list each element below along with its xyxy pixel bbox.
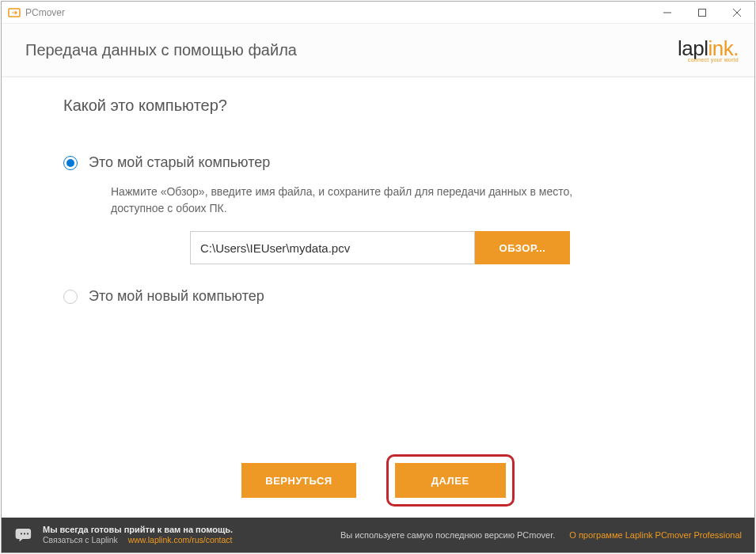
back-button[interactable]: ВЕРНУТЬСЯ: [241, 463, 355, 498]
radio-group: Это мой старый компьютер Нажмите «Обзор»…: [63, 154, 707, 305]
option-new-computer[interactable]: Это мой новый компьютер: [63, 288, 707, 305]
next-button[interactable]: ДАЛЕЕ: [395, 463, 506, 498]
file-path-row: ОБЗОР...: [190, 231, 707, 264]
svg-point-6: [24, 533, 25, 534]
app-icon: [8, 6, 21, 19]
file-path-input[interactable]: [190, 231, 475, 264]
next-button-highlight: ДАЛЕЕ: [386, 454, 515, 507]
footer-left: Мы всегда готовы прийти к вам на помощь.…: [14, 525, 233, 546]
question-heading: Какой это компьютер?: [63, 97, 707, 115]
svg-point-5: [21, 533, 22, 534]
version-text: Вы используете самую последнюю версию PC…: [340, 530, 555, 540]
option-old-computer[interactable]: Это мой старый компьютер: [63, 154, 707, 171]
radio-old[interactable]: [63, 156, 78, 170]
titlebar: PCmover: [2, 2, 754, 24]
radio-old-label: Это мой старый компьютер: [89, 154, 270, 171]
footer: Мы всегда готовы прийти к вам на помощь.…: [2, 518, 754, 552]
footer-right: Вы используете самую последнюю версию PC…: [340, 530, 742, 540]
footer-help-bold: Мы всегда готовы прийти к вам на помощь.: [43, 525, 233, 536]
option-old-description: Нажмите «Обзор», введите имя файла, и со…: [111, 184, 602, 217]
window-controls: [650, 2, 754, 24]
header: Передача данных с помощью файла laplink.…: [2, 24, 754, 78]
contact-link[interactable]: www.laplink.com/rus/contact: [128, 535, 233, 545]
browse-button[interactable]: ОБЗОР...: [475, 231, 570, 264]
minimize-button[interactable]: [650, 2, 685, 24]
close-button[interactable]: [720, 2, 754, 24]
footer-help-sub: Связаться с Laplink www.laplink.com/rus/…: [43, 535, 233, 545]
titlebar-title: PCmover: [25, 7, 650, 18]
content-area: Какой это компьютер? Это мой старый комп…: [2, 78, 754, 518]
page-title: Передача данных с помощью файла: [25, 41, 297, 59]
app-window: PCmover Передача данных с помощью файла …: [1, 1, 755, 553]
radio-new-label: Это мой новый компьютер: [89, 288, 264, 305]
radio-new[interactable]: [63, 290, 78, 304]
svg-rect-2: [699, 9, 706, 16]
laplink-logo: laplink. connect your world: [678, 38, 739, 63]
about-link[interactable]: О программе Laplink PCmover Professional: [569, 530, 742, 540]
chat-icon: [14, 525, 35, 545]
nav-buttons: ВЕРНУТЬСЯ ДАЛЕЕ: [2, 454, 754, 507]
maximize-button[interactable]: [685, 2, 720, 24]
svg-point-7: [27, 533, 28, 534]
